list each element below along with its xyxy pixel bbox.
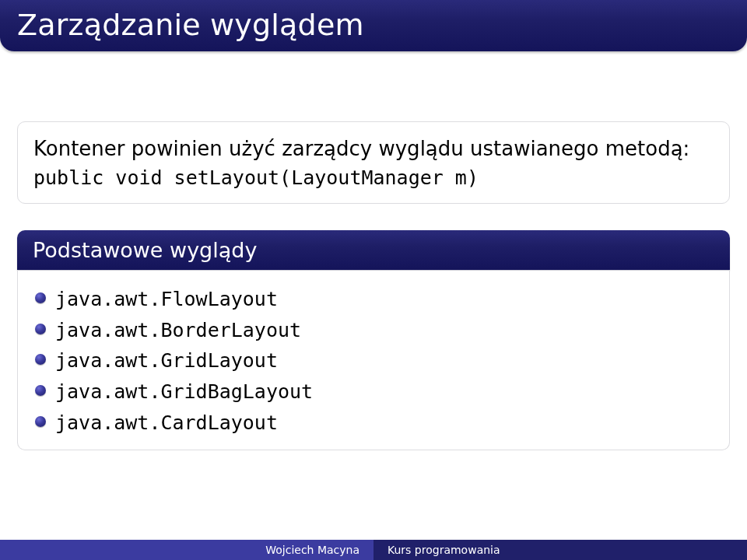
content-area: Kontener powinien użyć zarządcy wyglądu … [0,51,747,450]
layouts-header: Podstawowe wyglądy [17,230,730,270]
layout-item-3: java.awt.GridBagLayout [55,380,313,403]
list-item: java.awt.FlowLayout [33,285,714,314]
slide-title: Zarządzanie wyglądem [17,8,730,42]
layout-item-2: java.awt.GridLayout [55,349,278,372]
slide: Zarządzanie wyglądem Kontener powinien u… [0,0,747,560]
layouts-list: java.awt.FlowLayout java.awt.BorderLayou… [33,285,714,437]
intro-body: Kontener powinien użyć zarządcy wyglądu … [17,121,730,204]
intro-block: Kontener powinien użyć zarządcy wyglądu … [17,121,730,204]
list-item: java.awt.GridBagLayout [33,377,714,407]
layouts-block: Podstawowe wyglądy java.awt.FlowLayout j… [17,230,730,450]
title-band: Zarządzanie wyglądem [0,0,747,51]
layout-item-0: java.awt.FlowLayout [55,288,278,310]
list-item: java.awt.BorderLayout [33,316,714,345]
footer-bar: Wojciech Macyna Kurs programowania [0,540,747,560]
intro-code: public void setLayout(LayoutManager m) [33,164,714,192]
layout-item-4: java.awt.CardLayout [55,411,278,434]
layout-item-1: java.awt.BorderLayout [55,319,301,341]
footer-author: Wojciech Macyna [0,540,374,560]
list-item: java.awt.GridLayout [33,346,714,376]
layouts-body: java.awt.FlowLayout java.awt.BorderLayou… [17,270,730,450]
footer-course: Kurs programowania [374,540,747,560]
intro-text: Kontener powinien użyć zarządcy wyglądu … [33,135,714,164]
list-item: java.awt.CardLayout [33,408,714,438]
